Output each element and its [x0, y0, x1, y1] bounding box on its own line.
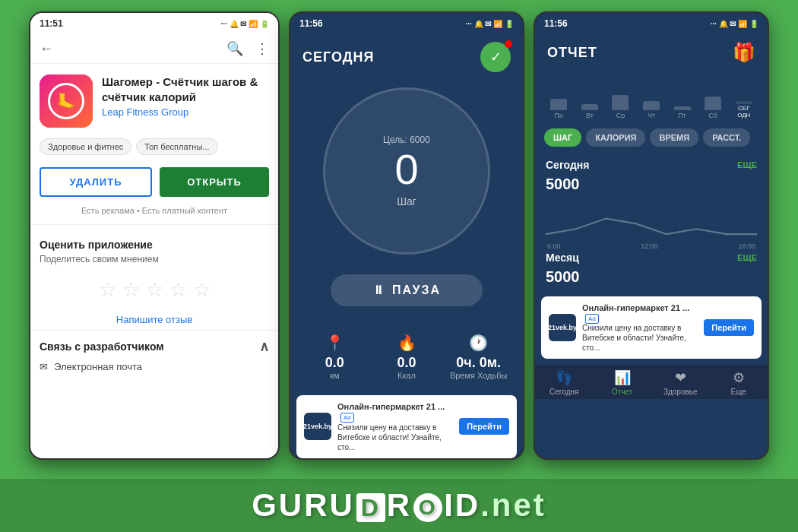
status-bar-2: 11:56 ··· 🔔 ✉ 📶 🔋 [290, 13, 523, 34]
day-sat: Сб [698, 80, 728, 119]
day-wed: Ср [606, 80, 635, 119]
notification-dot [505, 40, 512, 48]
clock-icon: 🕐 [469, 334, 488, 352]
nav-today-3[interactable]: 👣 Сегодня [535, 369, 594, 396]
stat-distance: 📍 0.0 км [302, 334, 367, 380]
day-wed-label: Ср [616, 112, 625, 119]
chart-time-2: 12:00 [641, 242, 658, 250]
ad-button-3[interactable]: Перейти [704, 319, 754, 336]
logo-bar: GURUDROID.net [0, 479, 798, 532]
day-thu-label: Чт [648, 112, 655, 119]
check-button[interactable]: ✓ [480, 42, 511, 72]
email-icon: ✉ [40, 361, 48, 372]
report-screen: ОТЧЕТ 🎁 Пн Вт Ср Чт [535, 34, 768, 458]
today-more[interactable]: ЕЩЕ [737, 160, 757, 169]
search-icon[interactable]: 🔍 [226, 40, 243, 57]
ad-title-2: Онлайн-гипермаркет 21 ... [337, 402, 445, 411]
delete-button[interactable]: УДАЛИТЬ [40, 167, 152, 197]
day-today: СЕГОДН [729, 74, 758, 119]
ad-logo-2: 21vek.by [304, 413, 331, 440]
action-buttons: УДАЛИТЬ ОТКРЫТЬ [30, 161, 278, 203]
goal-label: Цель: 6000 [383, 135, 430, 145]
ad-badge-2: Ad [340, 413, 354, 423]
day-today-label: СЕГОДН [737, 106, 750, 119]
nav-health-3[interactable]: ❤ Здоровье [651, 369, 710, 396]
today-section: Сегодня ЕЩЕ 5000 6:00 12:00 18:00 [535, 153, 768, 245]
pause-label: ПАУЗА [392, 283, 441, 297]
border-decoration-br [0, 91, 30, 122]
stars-row: ☆ ☆ ☆ ☆ ☆ [30, 271, 278, 309]
phones-container: 11:51 ··· 🔔 ✉ 📶 🔋 ← 🔍 ⋮ 🦶 [29, 11, 769, 460]
filter-time[interactable]: ВРЕМЯ [650, 128, 698, 147]
today-section-title: Сегодня [546, 159, 589, 171]
logo-text: GURUDROID.net [252, 487, 546, 524]
stat-calories-unit: Ккал [397, 371, 416, 380]
day-tue-label: Вт [586, 112, 594, 119]
chart-time-1: 6:00 [547, 242, 561, 250]
app-details: Шагомер - Счётчик шагов & счётчик калори… [102, 74, 269, 118]
border-decoration-tl [0, 0, 30, 30]
star-2[interactable]: ☆ [122, 278, 140, 302]
month-section: Месяц ЕЩЕ 5000 [535, 245, 768, 290]
tag-health[interactable]: Здоровье и фитнес [40, 138, 131, 155]
report-title: ОТЧЕТ [547, 45, 597, 61]
rate-sub: Поделитесь своим мнением [30, 254, 278, 271]
open-button[interactable]: ОТКРЫТЬ [160, 167, 269, 197]
nav-more-3[interactable]: ⚙ Еще [710, 369, 768, 396]
day-thu: Чт [637, 80, 667, 119]
day-fri: Пт [667, 80, 697, 119]
phone-report: 11:56 ··· 🔔 ✉ 📶 🔋 ОТЧЕТ 🎁 Пн Вт [534, 11, 769, 460]
border-decoration-tr [0, 30, 30, 61]
nav-more-icon-3: ⚙ [733, 369, 745, 386]
day-mon: Пн [544, 80, 574, 119]
filter-calorie[interactable]: КАЛОРИЯ [586, 128, 645, 147]
pause-button[interactable]: ⏸ ПАУЗА [331, 274, 483, 306]
nav-report-icon-3: 📊 [614, 369, 631, 386]
month-more[interactable]: ЕЩЕ [737, 253, 757, 262]
ad-logo-3: 21vek.by [549, 314, 576, 341]
star-4[interactable]: ☆ [169, 278, 187, 302]
phone-today: 11:56 ··· 🔔 ✉ 📶 🔋 СЕГОДНЯ ✓ Цель: 6000 0… [289, 11, 524, 460]
divider-1 [30, 224, 278, 225]
filter-tabs: ШАГ КАЛОРИЯ ВРЕМЯ РАССТ. [535, 122, 768, 153]
star-3[interactable]: ☆ [146, 278, 163, 302]
ad-banner-3: 21vek.by Онлайн-гипермаркет 21 ... Ad Сн… [541, 296, 762, 359]
nav-more-label-3: Еще [731, 388, 746, 396]
stats-row: 📍 0.0 км 🔥 0.0 Ккал 🕐 0ч. 0м. Время Ходь… [290, 325, 523, 389]
today-header: СЕГОДНЯ ✓ [290, 34, 523, 80]
developer-expand-icon[interactable]: ∧ [259, 338, 269, 355]
month-section-header: Месяц ЕЩЕ [546, 252, 757, 264]
more-icon[interactable]: ⋮ [255, 40, 269, 57]
nav-report-3[interactable]: 📊 Отчет [594, 369, 652, 396]
ad-text-2: Онлайн-гипермаркет 21 ... Ad Снизили цен… [337, 401, 453, 452]
star-1[interactable]: ☆ [99, 278, 116, 302]
nav-report-label-3: Отчет [612, 388, 632, 396]
report-header: ОТЧЕТ 🎁 [535, 34, 768, 71]
phone-playstore: 11:51 ··· 🔔 ✉ 📶 🔋 ← 🔍 ⋮ 🦶 [29, 11, 280, 460]
fire-icon: 🔥 [397, 334, 416, 352]
month-section-title: Месяц [546, 252, 579, 264]
developer-header: Связь с разработчиком ∧ [40, 338, 269, 355]
ad-banner-2: 21vek.by Онлайн-гипермаркет 21 ... Ad Сн… [296, 395, 517, 458]
status-icons-2: ··· 🔔 ✉ 📶 🔋 [466, 20, 514, 28]
star-5[interactable]: ☆ [193, 278, 211, 302]
filter-step[interactable]: ШАГ [544, 128, 581, 147]
status-time-3: 11:56 [544, 18, 568, 29]
back-icon[interactable]: ← [40, 41, 53, 57]
day-tue: Вт [575, 80, 605, 119]
email-label: Электронная почта [54, 361, 142, 372]
filter-dist[interactable]: РАССТ. [703, 128, 750, 147]
ad-button-2[interactable]: Перейти [459, 418, 509, 435]
circle-container: Цель: 6000 0 Шаг [290, 87, 523, 255]
gift-icon[interactable]: 🎁 [733, 42, 755, 63]
write-review-link[interactable]: Напишите отзыв [30, 309, 278, 330]
app-info: 🦶 Шагомер - Счётчик шагов & счётчик кало… [30, 64, 278, 138]
today-chart: 6:00 12:00 18:00 [546, 198, 757, 239]
tag-top[interactable]: Топ бесплатны... [136, 138, 217, 155]
status-bar-3: 11:56 ··· 🔔 ✉ 📶 🔋 [535, 13, 768, 34]
ads-notice: Есть реклама • Есть платный контент [30, 203, 278, 218]
steps-count: 0 [394, 148, 418, 191]
chart-labels: 6:00 12:00 18:00 [546, 242, 757, 250]
status-bar-1: 11:51 ··· 🔔 ✉ 📶 🔋 [30, 13, 278, 34]
app-developer[interactable]: Leap Fitness Group [102, 106, 269, 118]
